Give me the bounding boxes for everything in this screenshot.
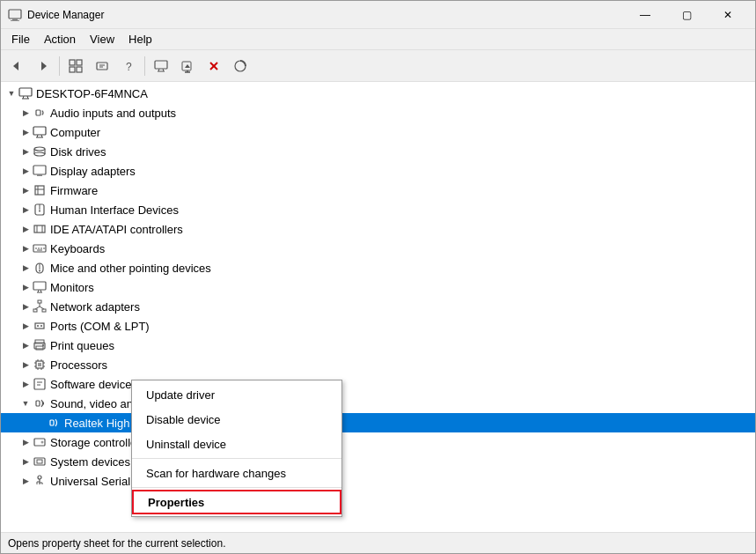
tree-display[interactable]: ▶ Display adapters	[1, 161, 755, 181]
svg-rect-67	[35, 323, 44, 329]
ports-expander[interactable]: ▶	[18, 319, 33, 333]
tree-storage[interactable]: ▶ Storage controllers	[1, 432, 755, 452]
disk-label: Disk drives	[50, 145, 106, 159]
toolbar-sep-2	[144, 56, 145, 76]
help-toolbar-button[interactable]: ?	[116, 54, 141, 78]
svg-rect-88	[50, 420, 54, 425]
print-expander[interactable]: ▶	[18, 338, 33, 352]
computer-icon	[18, 86, 33, 100]
tree-hid[interactable]: ▶ Human Interface Devices	[1, 200, 755, 219]
svg-rect-0	[9, 10, 21, 18]
hid-icon	[33, 203, 47, 217]
tree-network[interactable]: ▶ Network adapters	[1, 297, 755, 316]
tree-software[interactable]: ▶ Software devices	[1, 374, 755, 394]
menu-file[interactable]: File	[4, 30, 37, 49]
usb-expander[interactable]: ▶	[18, 474, 33, 488]
show-hidden-button[interactable]	[63, 54, 88, 78]
maximize-button[interactable]: ▢	[666, 1, 707, 29]
system-expander[interactable]: ▶	[18, 454, 33, 469]
tree-root[interactable]: ▼ DESKTOP-6F4MNCA	[1, 84, 755, 103]
properties-toolbar-button[interactable]	[90, 54, 114, 78]
tree-firmware[interactable]: ▶ Firmware	[1, 181, 755, 200]
root-expander[interactable]: ▼	[4, 86, 18, 100]
tree-disk[interactable]: ▶ Disk drives	[1, 142, 755, 161]
disk-expander[interactable]: ▶	[18, 144, 33, 159]
ctx-uninstall-device[interactable]: Uninstall device	[132, 432, 341, 456]
computer-expander[interactable]: ▶	[18, 125, 33, 139]
ctx-properties[interactable]: Properties	[132, 490, 341, 514]
audio-icon	[33, 106, 47, 120]
svg-rect-7	[70, 67, 75, 72]
tree-audio[interactable]: ▶ Audio inputs and outputs	[1, 103, 755, 122]
back-button[interactable]	[4, 54, 29, 78]
tree-usb[interactable]: ▶ Universal Serial Bus controllers	[1, 471, 755, 491]
minimize-button[interactable]: —	[625, 1, 665, 29]
monitor-icon	[33, 280, 47, 294]
svg-rect-2	[11, 20, 19, 21]
keyboards-label: Keyboards	[50, 242, 105, 255]
remove-button[interactable]	[202, 54, 226, 78]
forward-button[interactable]	[31, 54, 55, 78]
firmware-expander[interactable]: ▶	[18, 183, 33, 197]
usb-icon	[33, 474, 47, 488]
svg-marker-18	[185, 64, 190, 68]
svg-rect-57	[33, 282, 46, 290]
scan-button[interactable]	[228, 54, 253, 78]
svg-rect-92	[37, 460, 42, 463]
software-expander[interactable]: ▶	[18, 377, 33, 391]
ctx-disable-device[interactable]: Disable device	[132, 407, 341, 432]
audio-expander[interactable]: ▶	[18, 106, 33, 120]
svg-marker-4	[41, 62, 47, 70]
svg-rect-87	[36, 401, 40, 406]
firmware-icon	[33, 183, 47, 197]
device-tree[interactable]: ▼ DESKTOP-6F4MNCA ▶	[1, 82, 755, 532]
computer-toolbar-button[interactable]	[149, 54, 173, 78]
network-expander[interactable]: ▶	[18, 299, 33, 314]
svg-point-93	[38, 476, 41, 479]
tree-computer[interactable]: ▶ Computer	[1, 122, 755, 142]
svg-marker-3	[13, 62, 18, 70]
display-expander[interactable]: ▶	[18, 164, 33, 178]
tree-realtek[interactable]: ▶ Realtek High Definition Audio	[1, 413, 755, 432]
ctx-scan-hardware[interactable]: Scan for hardware changes	[132, 461, 341, 485]
ide-expander[interactable]: ▶	[18, 222, 33, 236]
monitors-label: Monitors	[50, 281, 94, 294]
tree-ide[interactable]: ▶ IDE ATA/ATAPI controllers	[1, 219, 755, 239]
svg-rect-39	[35, 186, 44, 195]
tree-monitors[interactable]: ▶ Monitors	[1, 277, 755, 297]
ports-icon	[33, 319, 47, 333]
hid-expander[interactable]: ▶	[18, 203, 33, 217]
close-button[interactable]: ✕	[708, 1, 748, 29]
tree-system[interactable]: ▶ System devices	[1, 452, 755, 471]
processors-expander[interactable]: ▶	[18, 358, 33, 372]
menu-action[interactable]: Action	[37, 30, 83, 49]
menu-help[interactable]: Help	[121, 30, 159, 49]
storage-expander[interactable]: ▶	[18, 435, 33, 449]
svg-point-68	[37, 325, 39, 327]
ctx-update-driver[interactable]: Update driver	[132, 382, 341, 407]
svg-rect-45	[34, 225, 45, 233]
tree-print[interactable]: ▶ Print queues	[1, 336, 755, 355]
tree-mice[interactable]: ▶ Mice and other pointing devices	[1, 258, 755, 277]
ctx-sep-1	[132, 458, 341, 459]
sound-expander[interactable]: ▼	[18, 396, 33, 410]
menu-bar: File Action View Help	[1, 29, 755, 50]
keyboards-expander[interactable]: ▶	[18, 241, 33, 255]
svg-rect-91	[34, 458, 45, 465]
mice-expander[interactable]: ▶	[18, 261, 33, 275]
svg-point-56	[39, 270, 40, 272]
monitors-expander[interactable]: ▶	[18, 280, 33, 294]
menu-view[interactable]: View	[83, 30, 121, 49]
svg-point-73	[42, 344, 44, 346]
title-bar: Device Manager — ▢ ✕	[1, 1, 755, 29]
tree-keyboards[interactable]: ▶ Keyboards	[1, 239, 755, 258]
svg-rect-29	[33, 127, 46, 135]
firmware-label: Firmware	[50, 184, 98, 197]
tree-ports[interactable]: ▶ Ports (COM & LPT)	[1, 316, 755, 336]
svg-rect-28	[36, 110, 40, 115]
svg-rect-1	[12, 18, 18, 20]
display-label: Display adapters	[50, 165, 136, 178]
tree-processors[interactable]: ▶ Processors	[1, 355, 755, 374]
add-driver-button[interactable]	[175, 54, 200, 78]
tree-sound[interactable]: ▼ Sound, video and game controllers	[1, 394, 755, 413]
